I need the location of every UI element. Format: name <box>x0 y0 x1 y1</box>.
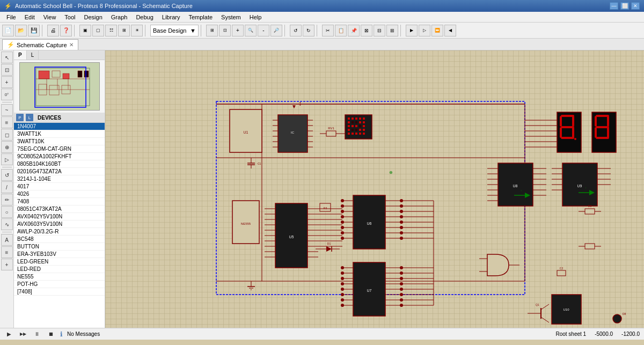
select-tool[interactable]: ↖ <box>1 52 13 63</box>
junction-tool[interactable]: + <box>1 76 13 88</box>
wire-tool[interactable]: ~ <box>1 104 13 116</box>
minimize-button[interactable]: — <box>610 2 618 10</box>
tb-b3[interactable]: ☷ <box>105 25 117 36</box>
tb-redo[interactable]: ↻ <box>303 25 314 36</box>
device-item-button[interactable]: BUTTON <box>14 243 105 251</box>
svg-rect-75 <box>595 116 597 127</box>
menu-help[interactable]: Help <box>245 13 266 21</box>
tb-b9[interactable]: ▶ <box>406 25 418 36</box>
device-item-1n4007[interactable]: 1N4007 <box>14 123 105 130</box>
schematic-area[interactable]: U1 IC <box>105 50 644 328</box>
pause-button[interactable]: ⏸ <box>32 331 42 338</box>
tb-zoom-out2[interactable]: 🔎 <box>270 25 282 36</box>
minimap[interactable] <box>19 62 100 111</box>
tb-b1[interactable]: ▣ <box>79 25 91 36</box>
text-tool[interactable]: ✏ <box>1 194 13 205</box>
tb-b12[interactable]: ◀ <box>444 25 456 36</box>
box-tool[interactable]: ◻ <box>1 129 13 141</box>
line-tool[interactable]: / <box>1 181 13 193</box>
tb-b4[interactable]: ⊞ <box>118 25 130 36</box>
tb-zoom-out[interactable]: - <box>258 25 269 36</box>
text-large-tool[interactable]: A <box>1 234 13 246</box>
device-item-avx0603[interactable]: AVX0603Y5V100N <box>14 221 105 228</box>
bus-tool[interactable]: ≡ <box>1 116 13 128</box>
play-button[interactable]: ▶ <box>4 331 14 338</box>
device-item-7seg[interactable]: 7SEG-COM-CAT-GRN <box>14 145 105 153</box>
device-item-pot[interactable]: POT-HG <box>14 281 105 288</box>
rotate-tool[interactable]: ↺ <box>1 169 13 181</box>
tb-b10[interactable]: ▷ <box>419 25 430 36</box>
tab-close-button[interactable]: ✕ <box>69 42 74 48</box>
label-tool[interactable]: 0° <box>1 89 13 100</box>
tb-b11[interactable]: ⏩ <box>431 25 443 36</box>
wave-tool[interactable]: ∿ <box>1 218 13 230</box>
device-item-3214[interactable]: 3214J-1-104E <box>14 175 105 183</box>
coord-y: -1200.0 <box>621 331 640 337</box>
tb-help[interactable]: ❓ <box>60 25 72 36</box>
menu-graph[interactable]: Graph <box>107 13 132 21</box>
tb-paste[interactable]: 📌 <box>348 25 360 36</box>
tb-zoom-in2[interactable]: 🔍 <box>245 25 257 36</box>
tb-print[interactable]: 🖨 <box>47 25 59 36</box>
menu-file[interactable]: File <box>2 13 20 21</box>
device-item-02016[interactable]: 02016G473ZAT2A <box>14 168 105 175</box>
probe-tool[interactable]: ▷ <box>1 153 13 165</box>
device-item-7408b[interactable]: [7408] <box>14 288 105 296</box>
device-item-bc548[interactable]: BC548 <box>14 236 105 243</box>
device-item-ne555[interactable]: NE555 <box>14 273 105 281</box>
schematic-tab[interactable]: ⚡ Schematic Capture ✕ <box>2 39 78 50</box>
tb-b6[interactable]: ⊠ <box>361 25 372 36</box>
base-design-dropdown[interactable]: Base Design ▼ <box>150 25 199 36</box>
tb-zoom-fit[interactable]: ⊡ <box>219 25 231 36</box>
device-item-3watt10k[interactable]: 3WATT10K <box>14 138 105 145</box>
menu-view[interactable]: View <box>39 13 61 21</box>
tb-new[interactable]: 📄 <box>2 25 14 36</box>
device-item-7408[interactable]: 7408 <box>14 198 105 205</box>
tb-cut[interactable]: ✂ <box>322 25 334 36</box>
menu-debug[interactable]: Debug <box>131 13 157 21</box>
device-item-avx0402[interactable]: AVX0402Y5V100N <box>14 213 105 221</box>
component-tool[interactable]: ⊡ <box>1 64 13 76</box>
menu-template[interactable]: Template <box>184 13 217 21</box>
menu-design[interactable]: Design <box>80 13 107 21</box>
device-item-0805[interactable]: 0805B104K160BT <box>14 160 105 168</box>
device-item-4017[interactable]: 4017 <box>14 183 105 190</box>
device-item-3watt1k[interactable]: 3WATT1K <box>14 130 105 138</box>
device-item-era[interactable]: ERA-3YEB103V <box>14 251 105 258</box>
tb-b2[interactable]: ▢ <box>92 25 104 36</box>
device-item-led-red[interactable]: LED-RED <box>14 266 105 273</box>
stop-button[interactable]: ⏹ <box>46 331 56 338</box>
maximize-button[interactable]: ⬜ <box>620 2 629 10</box>
tb-b8[interactable]: ⊞ <box>386 25 398 36</box>
device-item-9c08[interactable]: 9C08052A1002FKHFT <box>14 153 105 160</box>
menu-tool[interactable]: Tool <box>60 13 79 21</box>
device-item-4026[interactable]: 4026 <box>14 190 105 198</box>
device-item-led-green[interactable]: LED-GREEN <box>14 258 105 266</box>
tb-open[interactable]: 📂 <box>15 25 27 36</box>
add-tool[interactable]: + <box>1 259 13 270</box>
tb-grid[interactable]: ⊞ <box>206 25 218 36</box>
tb-zoom-in[interactable]: + <box>232 25 244 36</box>
svg-rect-51 <box>355 125 357 127</box>
tab-l[interactable]: L <box>27 50 39 60</box>
devices-l-btn[interactable]: L <box>26 114 33 121</box>
menu-edit[interactable]: Edit <box>20 13 39 21</box>
tb-copy[interactable]: 📋 <box>335 25 347 36</box>
origin-tool[interactable]: ⊕ <box>1 141 13 153</box>
close-button[interactable]: ✕ <box>631 2 640 10</box>
tab-p[interactable]: P <box>14 50 27 60</box>
list-tool[interactable]: ≡ <box>1 246 13 258</box>
devices-list[interactable]: 1N4007 3WATT1K 3WATT10K 7SEG-COM-CAT-GRN… <box>14 123 105 328</box>
tb-save[interactable]: 💾 <box>28 25 40 36</box>
menu-system[interactable]: System <box>217 13 245 21</box>
circle-tool[interactable]: ○ <box>1 206 13 218</box>
tb-b7[interactable]: ⊟ <box>374 25 385 36</box>
device-item-awlp[interactable]: AWLP-20/3.2G-R <box>14 228 105 236</box>
device-item-08051[interactable]: 08051C473KAT2A <box>14 205 105 213</box>
svg-text:D8: D8 <box>623 312 626 315</box>
tb-undo[interactable]: ↺ <box>290 25 302 36</box>
tb-b5[interactable]: ☀ <box>131 25 143 36</box>
devices-p-btn[interactable]: P <box>16 114 24 121</box>
step-button[interactable]: ▶▶ <box>18 331 28 338</box>
menu-library[interactable]: Library <box>158 13 185 21</box>
